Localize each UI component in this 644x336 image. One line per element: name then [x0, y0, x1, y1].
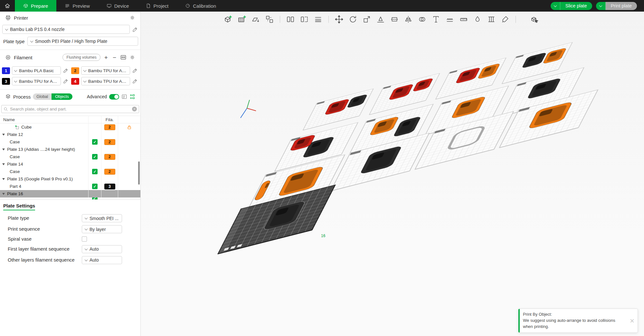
chevron-down-icon[interactable]	[2, 134, 5, 136]
filament-4-edit-icon[interactable]	[132, 78, 138, 84]
ams-icon[interactable]	[120, 54, 127, 61]
list-row-plate-14[interactable]: Plate 14	[0, 160, 140, 168]
filament-3-edit-icon[interactable]	[63, 78, 69, 84]
tab-device[interactable]: Device	[98, 0, 137, 12]
printer-select[interactable]: Bambu Lab P1S 0.4 nozzle	[2, 25, 130, 34]
assembly-view-icon[interactable]	[529, 14, 540, 24]
filament-settings-gear-icon[interactable]	[129, 54, 135, 60]
search-clear-icon[interactable]: ×	[132, 107, 137, 111]
printer-edit-icon[interactable]	[132, 26, 138, 33]
list-row-part-4[interactable]: Part 4 ✓ 3	[0, 183, 140, 190]
filament-1-edit-icon[interactable]	[63, 68, 69, 73]
filament-4-select[interactable]: Bambu TPU for AMS	[81, 77, 130, 85]
tab-preview[interactable]: Preview	[56, 0, 98, 12]
ps-print-sequence-select[interactable]: By layer	[82, 225, 122, 233]
list-row-plate-16-selected[interactable]: Plate 16	[0, 190, 140, 197]
remove-filament-button[interactable]: −	[112, 54, 117, 61]
scope-objects-button[interactable]: Objects	[52, 93, 72, 100]
list-row-case[interactable]: Case ✓ 2	[0, 168, 140, 175]
filament-badge[interactable]: 3	[104, 184, 115, 189]
fuzzy-skin-icon[interactable]	[445, 14, 455, 24]
filament-2-edit-icon[interactable]	[132, 68, 138, 73]
visibility-checkbox[interactable]: ✓	[92, 139, 98, 145]
list-row-plate-13[interactable]: Plate 13 (Addias ....24 layer height)	[0, 146, 140, 153]
list-row-cube[interactable]: Cube 2	[0, 123, 140, 131]
ps-plate-type-select[interactable]: Smooth PEI ...	[82, 214, 122, 222]
visibility-checkbox[interactable]: ✓	[92, 154, 98, 159]
filament-3-select[interactable]: Bambu TPU for AMS	[12, 77, 61, 85]
slice-options-chevron-icon[interactable]	[551, 2, 560, 10]
filament-badge[interactable]: 2	[104, 154, 115, 160]
add-filament-button[interactable]: +	[103, 54, 109, 61]
cut-icon[interactable]	[389, 14, 400, 24]
text-icon[interactable]	[431, 14, 441, 24]
list-scrollbar[interactable]	[138, 161, 140, 185]
toast-close-icon[interactable]: ×	[627, 316, 638, 325]
chevron-down-icon[interactable]	[2, 163, 5, 165]
plate-settings-title: Plate Settings	[3, 203, 35, 210]
filament-badge[interactable]: 2	[104, 124, 115, 130]
chevron-down-icon[interactable]	[2, 178, 5, 180]
arrange-icon[interactable]	[264, 14, 275, 24]
chevron-down-icon[interactable]	[2, 149, 5, 150]
ps-first-layer-select[interactable]: Auto	[82, 245, 122, 253]
preview-icon	[65, 3, 70, 8]
filament-1-badge[interactable]: 1	[2, 67, 10, 74]
tab-calibration[interactable]: Calibration	[177, 0, 224, 12]
variable-layer-height-icon[interactable]	[313, 14, 323, 24]
auto-orient-icon[interactable]	[251, 14, 261, 24]
home-button[interactable]	[0, 0, 15, 12]
project-icon	[146, 3, 151, 8]
chevron-down-icon[interactable]	[2, 193, 5, 195]
tab-project[interactable]: Project	[137, 0, 177, 12]
measure-icon[interactable]	[459, 14, 469, 24]
filament-badge[interactable]: 2	[104, 139, 115, 145]
list-row-case[interactable]: Case ✓ 2	[0, 153, 140, 160]
object-tree-icon[interactable]	[129, 94, 135, 100]
seam-icon[interactable]	[472, 14, 483, 24]
viewport-3d-canvas[interactable]: 16	[141, 12, 644, 336]
tab-prepare[interactable]: Prepare	[15, 0, 56, 12]
filament-4-badge[interactable]: 4	[71, 78, 79, 85]
print-plate-button[interactable]: Print plate	[596, 2, 637, 10]
advanced-toggle[interactable]	[109, 94, 119, 100]
flatten-icon[interactable]	[375, 14, 386, 24]
add-icon[interactable]	[223, 14, 233, 24]
move-icon[interactable]	[334, 14, 344, 24]
list-row-plate-15[interactable]: Plate 15 (Google Pixel 9 Pro v0.1)	[0, 175, 140, 183]
printer-settings-gear-icon[interactable]	[129, 15, 135, 21]
list-row-plate-12[interactable]: Plate 12	[0, 131, 140, 138]
list-row-case[interactable]: Case ✓ 2	[0, 138, 140, 146]
visibility-checkbox[interactable]: ✓	[92, 184, 98, 189]
spiral-vase-checkbox[interactable]	[82, 236, 87, 242]
advanced-label: Advanced	[87, 94, 107, 99]
flushing-volumes-button[interactable]: Flushing volumes	[62, 54, 100, 61]
filament-badge[interactable]: 2	[104, 169, 115, 175]
filament-2-badge[interactable]: 2	[71, 67, 79, 74]
plate-settings-panel: Plate Settings Plate type Smooth PEI ...…	[0, 199, 140, 264]
ps-spiral-vase-label: Spiral vase	[8, 236, 82, 242]
visibility-checkbox[interactable]: ✓	[92, 169, 98, 174]
scope-global-button[interactable]: Global	[33, 93, 52, 100]
filament-1-select[interactable]: Bambu PLA Basic	[12, 66, 61, 75]
ps-other-layers-select[interactable]: Auto	[82, 256, 122, 264]
printer-icon	[5, 15, 11, 21]
plate-type-select[interactable]: Smooth PEI Plate / High Temp Plate	[27, 37, 138, 46]
mirror-icon[interactable]	[403, 14, 413, 24]
slice-plate-button[interactable]: Slice plate	[551, 2, 592, 10]
print-options-chevron-icon[interactable]	[596, 2, 606, 10]
mesh-boolean-icon[interactable]	[417, 14, 427, 24]
lock-icon[interactable]	[127, 125, 132, 130]
process-list-icon[interactable]	[121, 94, 127, 100]
scale-icon[interactable]	[362, 14, 372, 24]
color-paint-icon[interactable]	[500, 14, 510, 24]
filament-3-badge[interactable]: 3	[2, 78, 10, 85]
filament-2-select[interactable]: Bambu TPU for AMS	[81, 66, 130, 75]
split-to-parts-icon[interactable]	[299, 14, 309, 24]
calibration-icon	[185, 3, 190, 8]
rotate-icon[interactable]	[348, 14, 358, 24]
search-input[interactable]	[10, 107, 130, 111]
support-icon[interactable]	[486, 14, 497, 24]
add-plate-icon[interactable]	[237, 14, 247, 24]
split-to-objects-icon[interactable]	[285, 14, 296, 24]
